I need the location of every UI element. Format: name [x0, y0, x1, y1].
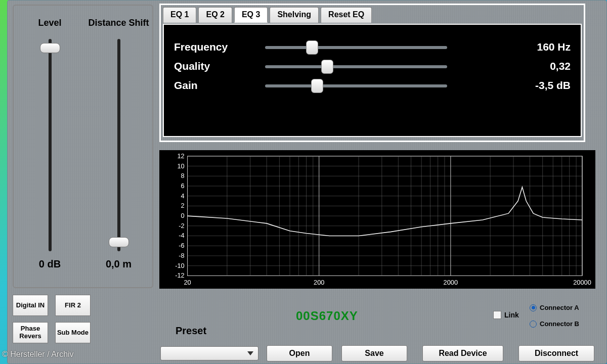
svg-marker-62 — [247, 351, 253, 355]
tab-shelving[interactable]: Shelving — [270, 7, 319, 23]
level-value: 0 dB — [16, 258, 84, 270]
connector-a-radio[interactable] — [530, 304, 537, 311]
read-device-button[interactable]: Read Device — [422, 345, 503, 361]
svg-text:20000: 20000 — [573, 279, 591, 286]
distance-slider-col: Distance Shift 0,0 m — [84, 11, 153, 270]
link-label: Link — [504, 311, 519, 319]
level-label: Level — [16, 11, 84, 35]
phase-revers-button[interactable]: Phase Revers — [13, 322, 48, 343]
save-button[interactable]: Save — [341, 345, 407, 361]
connector-b-label: Connector B — [540, 320, 579, 328]
level-slider-thumb[interactable] — [40, 43, 60, 53]
fir2-button[interactable]: FIR 2 — [55, 295, 91, 316]
tab-reset-eq[interactable]: Reset EQ — [321, 7, 372, 23]
svg-text:2: 2 — [181, 202, 185, 209]
link-checkbox[interactable] — [493, 311, 501, 319]
credit-text: © Hersteller / Archiv — [2, 350, 74, 359]
svg-text:-10: -10 — [175, 262, 185, 269]
preset-label: Preset — [176, 325, 206, 337]
gain-slider[interactable] — [265, 81, 447, 90]
connector-b-radio[interactable] — [530, 321, 537, 328]
svg-text:2000: 2000 — [444, 279, 458, 286]
frequency-value: 160 Hz — [495, 41, 571, 53]
svg-text:12: 12 — [177, 152, 184, 160]
distance-slider-thumb[interactable] — [109, 237, 129, 247]
sub-mode-button[interactable]: Sub Mode — [55, 322, 91, 343]
frequency-slider-thumb[interactable] — [306, 40, 318, 55]
chevron-down-icon — [246, 349, 255, 358]
eq-tabs: EQ 1EQ 2EQ 3ShelvingReset EQ — [161, 5, 584, 23]
svg-text:-2: -2 — [179, 222, 184, 230]
device-id: 00S670XY — [296, 309, 358, 323]
disconnect-button[interactable]: Disconnect — [518, 345, 594, 361]
distance-slider[interactable] — [117, 39, 120, 251]
distance-label: Distance Shift — [84, 11, 153, 35]
distance-value: 0,0 m — [84, 258, 153, 270]
tab-eq-3[interactable]: EQ 3 — [234, 7, 268, 23]
level-slider[interactable] — [49, 39, 52, 251]
svg-text:0: 0 — [181, 212, 185, 219]
eq-graph: -12-10-8-6-4-202468101220200200020000 — [159, 150, 595, 289]
preset-dropdown[interactable] — [160, 346, 258, 360]
quality-slider-thumb[interactable] — [321, 60, 333, 74]
eq-shell: EQ 1EQ 2EQ 3ShelvingReset EQ Frequency 1… — [159, 4, 585, 142]
frequency-row: Frequency 160 Hz — [174, 41, 571, 53]
svg-text:-4: -4 — [179, 232, 184, 239]
gain-label: Gain — [174, 79, 265, 92]
frequency-label: Frequency — [174, 41, 265, 53]
link-checkbox-row: Link — [493, 311, 519, 319]
connector-a-row[interactable]: Connector A — [530, 304, 579, 311]
quality-value: 0,32 — [495, 60, 571, 72]
sliders-panel: Level 0 dB Distance Shift 0,0 m — [13, 5, 153, 288]
gain-row: Gain -3,5 dB — [174, 79, 571, 92]
open-button[interactable]: Open — [267, 345, 332, 361]
quality-slider[interactable] — [265, 62, 447, 71]
connector-a-label: Connector A — [540, 304, 579, 311]
tab-eq-1[interactable]: EQ 1 — [163, 7, 196, 23]
svg-text:200: 200 — [314, 279, 324, 286]
svg-text:-6: -6 — [179, 242, 184, 249]
eq-params-panel: Frequency 160 Hz Quality 0,32 Gain -3,5 … — [163, 24, 582, 137]
tab-eq-2[interactable]: EQ 2 — [198, 7, 232, 23]
svg-text:20: 20 — [184, 279, 191, 286]
svg-text:8: 8 — [181, 172, 185, 179]
frequency-slider[interactable] — [265, 42, 447, 52]
svg-text:-12: -12 — [175, 271, 185, 279]
digital-in-button[interactable]: Digital IN — [13, 295, 48, 316]
svg-text:-8: -8 — [179, 252, 184, 259]
quality-label: Quality — [174, 60, 265, 72]
eq-graph-svg: -12-10-8-6-4-202468101220200200020000 — [160, 151, 594, 288]
connector-b-row[interactable]: Connector B — [530, 320, 579, 328]
main-panel: Level 0 dB Distance Shift 0,0 m EQ 1EQ 2… — [7, 0, 607, 364]
level-slider-col: Level 0 dB — [16, 11, 84, 270]
svg-text:4: 4 — [181, 192, 185, 200]
svg-text:10: 10 — [177, 162, 184, 170]
gain-slider-thumb[interactable] — [311, 79, 323, 93]
svg-text:6: 6 — [181, 182, 185, 190]
gain-value: -3,5 dB — [495, 79, 571, 92]
quality-row: Quality 0,32 — [174, 60, 571, 72]
